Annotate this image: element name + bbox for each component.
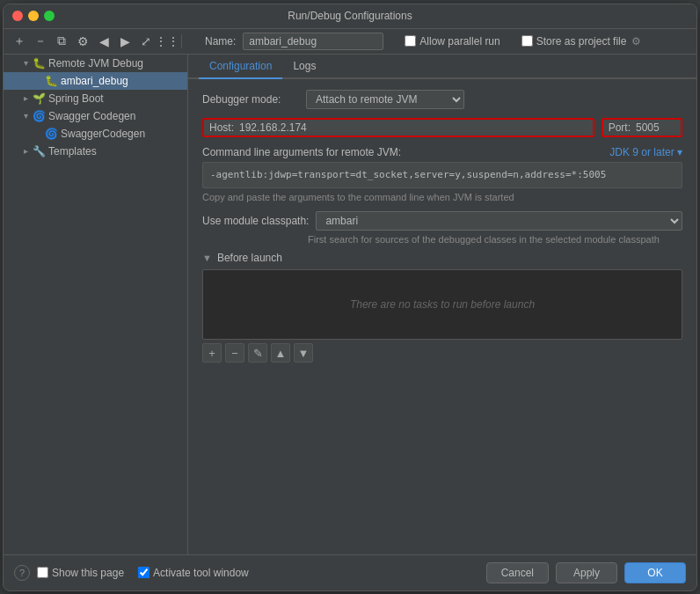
spring-boot-icon: 🌱	[32, 92, 46, 106]
sort-icon[interactable]: ⋮⋮	[158, 33, 176, 50]
before-launch-toolbar: + − ✎ ▲ ▼	[202, 343, 682, 363]
arrow-right-icon[interactable]: ▶	[116, 33, 134, 50]
jdk-link[interactable]: JDK 9 or later ▾	[609, 146, 682, 158]
before-launch-empty: There are no tasks to run before launch	[350, 298, 535, 311]
port-input[interactable]	[636, 121, 675, 134]
right-panel: Configuration Logs Debugger mode: Attach…	[188, 55, 696, 554]
module-label: Use module classpath:	[202, 215, 309, 227]
name-input[interactable]	[243, 33, 383, 50]
store-project-label[interactable]: Store as project file	[536, 35, 627, 48]
no-arrow-swagger2	[32, 128, 44, 140]
cmd-args-hint: Copy and paste the arguments to the comm…	[202, 192, 682, 202]
move-icon[interactable]: ⤢	[137, 33, 155, 50]
store-settings-icon[interactable]: ⚙	[631, 35, 641, 48]
module-hint: First search for sources of the debugged…	[308, 234, 682, 245]
window-controls	[12, 11, 55, 21]
activate-tool-label[interactable]: Activate tool window	[153, 567, 249, 579]
port-box: Port:	[602, 118, 682, 137]
remove-icon[interactable]: －	[32, 33, 49, 50]
bl-add-button[interactable]: +	[202, 343, 222, 363]
cmd-args-box: -agentlib:jdwp=transport=dt_socket,serve…	[202, 162, 682, 189]
title-bar: Run/Debug Configurations	[4, 4, 696, 29]
ambari-debug-icon: 🐛	[44, 74, 58, 88]
cmd-args-section: Command line arguments for remote JVM: J…	[202, 146, 682, 203]
apply-button[interactable]: Apply	[556, 562, 617, 583]
copy-icon[interactable]: ⧉	[53, 33, 70, 50]
debugger-mode-label: Debugger mode:	[202, 93, 299, 106]
host-port-row: Host: Port:	[202, 118, 682, 137]
allow-parallel-checkbox[interactable]	[405, 35, 416, 47]
expand-arrow-templates: ▸	[19, 145, 32, 158]
debugger-mode-row: Debugger mode: Attach to remote JVM	[202, 90, 682, 109]
ok-button[interactable]: OK	[624, 562, 686, 583]
bl-edit-button[interactable]: ✎	[248, 343, 267, 363]
activate-tool-checkbox[interactable]	[138, 567, 149, 578]
no-arrow	[32, 75, 44, 87]
ambari-debug-label: ambari_debug	[61, 75, 128, 87]
add-icon[interactable]: ＋	[11, 33, 28, 50]
before-launch-box: There are no tasks to run before launch	[202, 269, 682, 340]
host-input[interactable]	[239, 121, 587, 134]
show-page-group: Show this page	[37, 567, 124, 579]
bl-up-button[interactable]: ▲	[271, 343, 290, 363]
module-row: Use module classpath: ambari	[202, 211, 682, 231]
host-label: Host:	[209, 121, 234, 134]
templates-icon: 🔧	[32, 144, 46, 158]
sidebar-item-remote-jvm-debug[interactable]: ▾ 🐛 Remote JVM Debug	[4, 55, 187, 72]
module-select[interactable]: ambari	[316, 211, 682, 231]
cmd-header: Command line arguments for remote JVM: J…	[202, 146, 682, 158]
before-launch-title: Before launch	[217, 252, 282, 264]
toolbar: ＋ － ⧉ ⚙ ◀ ▶ ⤢ ⋮⋮ Name: Allow parallel ru…	[4, 29, 696, 55]
port-label: Port:	[609, 121, 631, 134]
bottom-bar: ? Show this page Activate tool window Ca…	[4, 554, 696, 590]
sidebar-item-swagger-codegen-2[interactable]: 🌀 SwaggerCodegen	[4, 125, 187, 143]
allow-parallel-group: Allow parallel run	[405, 35, 499, 48]
sidebar-item-swagger-codegen[interactable]: ▾ 🌀 Swagger Codegen	[4, 107, 187, 125]
host-box: Host:	[202, 118, 594, 137]
close-button[interactable]	[12, 11, 23, 21]
main-area: ▾ 🐛 Remote JVM Debug 🐛 ambari_debug ▸ 🌱 …	[4, 55, 696, 554]
minimize-button[interactable]	[28, 11, 39, 21]
remote-jvm-label: Remote JVM Debug	[48, 57, 143, 70]
name-label: Name:	[205, 35, 236, 48]
run-debug-dialog: Run/Debug Configurations ＋ － ⧉ ⚙ ◀ ▶ ⤢ ⋮…	[3, 4, 697, 591]
tab-configuration[interactable]: Configuration	[199, 55, 282, 79]
before-launch-arrow[interactable]: ▼	[202, 253, 212, 263]
before-launch-section: ▼ Before launch There are no tasks to ru…	[202, 252, 682, 363]
before-launch-header: ▼ Before launch	[202, 252, 682, 264]
sidebar: ▾ 🐛 Remote JVM Debug 🐛 ambari_debug ▸ 🌱 …	[4, 55, 188, 554]
tab-logs[interactable]: Logs	[282, 55, 326, 79]
sidebar-item-spring-boot[interactable]: ▸ 🌱 Spring Boot	[4, 90, 187, 107]
config-content: Debugger mode: Attach to remote JVM Host…	[188, 79, 696, 554]
expand-arrow-swagger: ▾	[19, 110, 32, 122]
swagger-codegen-2-label: SwaggerCodegen	[61, 128, 145, 140]
settings-icon[interactable]: ⚙	[74, 33, 91, 50]
activate-tool-group: Activate tool window	[138, 567, 249, 579]
swagger-codegen-2-icon: 🌀	[44, 127, 58, 141]
allow-parallel-label[interactable]: Allow parallel run	[419, 35, 499, 48]
expand-arrow-spring: ▸	[19, 92, 32, 105]
arrow-left-icon[interactable]: ◀	[95, 33, 113, 50]
name-section: Name: Allow parallel run Store as projec…	[187, 33, 689, 50]
toolbar-divider	[181, 34, 182, 48]
debugger-mode-select[interactable]: Attach to remote JVM	[306, 90, 464, 109]
cancel-button[interactable]: Cancel	[486, 562, 549, 583]
swagger-codegen-label: Swagger Codegen	[48, 110, 135, 122]
bl-down-button[interactable]: ▼	[294, 343, 313, 363]
sidebar-item-templates[interactable]: ▸ 🔧 Templates	[4, 143, 187, 160]
cmd-args-label: Command line arguments for remote JVM:	[202, 146, 401, 158]
store-project-checkbox[interactable]	[521, 35, 533, 47]
swagger-codegen-icon: 🌀	[32, 109, 46, 123]
dialog-title: Run/Debug Configurations	[288, 10, 412, 22]
show-page-checkbox[interactable]	[37, 567, 48, 578]
store-project-group: Store as project file ⚙	[521, 35, 642, 48]
templates-label: Templates	[48, 145, 97, 158]
show-page-label[interactable]: Show this page	[52, 567, 124, 579]
help-icon[interactable]: ?	[14, 565, 30, 581]
sidebar-item-ambari-debug[interactable]: 🐛 ambari_debug	[4, 72, 187, 90]
bl-remove-button[interactable]: −	[225, 343, 244, 363]
maximize-button[interactable]	[44, 11, 55, 21]
spring-boot-label: Spring Boot	[48, 92, 104, 105]
tabs: Configuration Logs	[188, 55, 696, 79]
expand-arrow: ▾	[19, 57, 32, 70]
